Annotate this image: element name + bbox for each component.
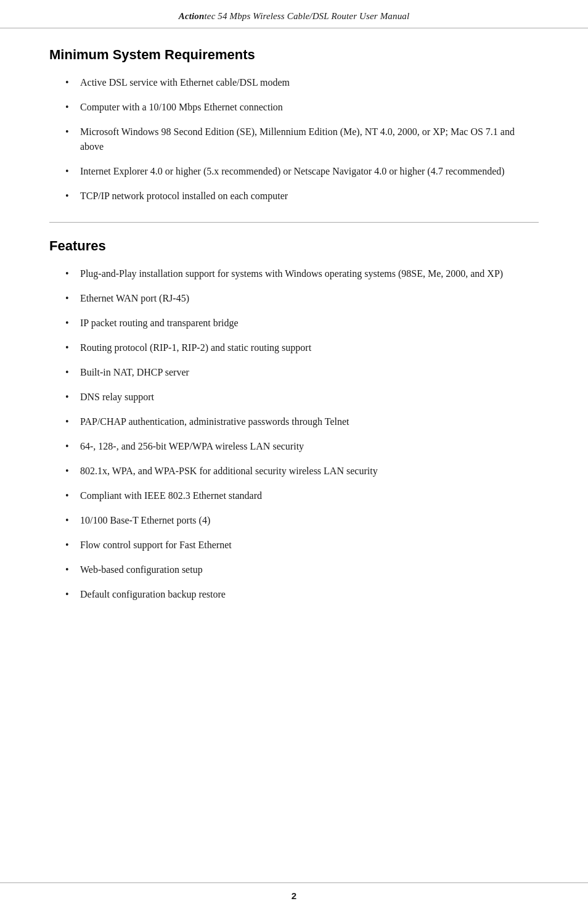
page-header: Actiontec 54 Mbps Wireless Cable/DSL Rou… — [0, 0, 588, 28]
list-item: Flow control support for Fast Ethernet — [62, 538, 539, 553]
list-item: Computer with a 10/100 Mbps Ethernet con… — [62, 100, 539, 115]
list-item: Default configuration backup restore — [62, 587, 539, 602]
list-item: Built-in NAT, DHCP server — [62, 365, 539, 380]
list-item: Routing protocol (RIP-1, RIP-2) and stat… — [62, 340, 539, 355]
section-minimum-system-requirements: Minimum System Requirements Active DSL s… — [49, 47, 539, 204]
list-item: Microsoft Windows 98 Second Edition (SE)… — [62, 125, 539, 154]
list-item: Web-based configuration setup — [62, 562, 539, 577]
section-title-features: Features — [49, 238, 539, 254]
list-item: 10/100 Base-T Ethernet ports (4) — [62, 513, 539, 528]
content-area: Minimum System Requirements Active DSL s… — [0, 28, 588, 882]
header-title: Actiontec 54 Mbps Wireless Cable/DSL Rou… — [37, 11, 551, 22]
list-item: PAP/CHAP authentication, administrative … — [62, 414, 539, 429]
minimum-requirements-list: Active DSL service with Ethernet cable/D… — [49, 75, 539, 204]
list-item: Ethernet WAN port (RJ-45) — [62, 291, 539, 306]
list-item: 802.1x, WPA, and WPA-PSK for additional … — [62, 464, 539, 479]
list-item: IP packet routing and transparent bridge — [62, 316, 539, 331]
list-item: DNS relay support — [62, 390, 539, 405]
page-number: 2 — [292, 890, 296, 901]
page-container: Actiontec 54 Mbps Wireless Cable/DSL Rou… — [0, 0, 588, 909]
list-item: TCP/IP network protocol installed on eac… — [62, 189, 539, 204]
list-item: Compliant with IEEE 802.3 Ethernet stand… — [62, 488, 539, 503]
features-list: Plug-and-Play installation support for s… — [49, 266, 539, 602]
list-item: Plug-and-Play installation support for s… — [62, 266, 539, 281]
section-features: Features Plug-and-Play installation supp… — [49, 238, 539, 602]
section-title-minimum-system-requirements: Minimum System Requirements — [49, 47, 539, 63]
list-item: Active DSL service with Ethernet cable/D… — [62, 75, 539, 90]
section-divider — [49, 222, 539, 223]
page-footer: 2 — [0, 882, 588, 909]
list-item: Internet Explorer 4.0 or higher (5.x rec… — [62, 164, 539, 179]
list-item: 64-, 128-, and 256-bit WEP/WPA wireless … — [62, 439, 539, 454]
